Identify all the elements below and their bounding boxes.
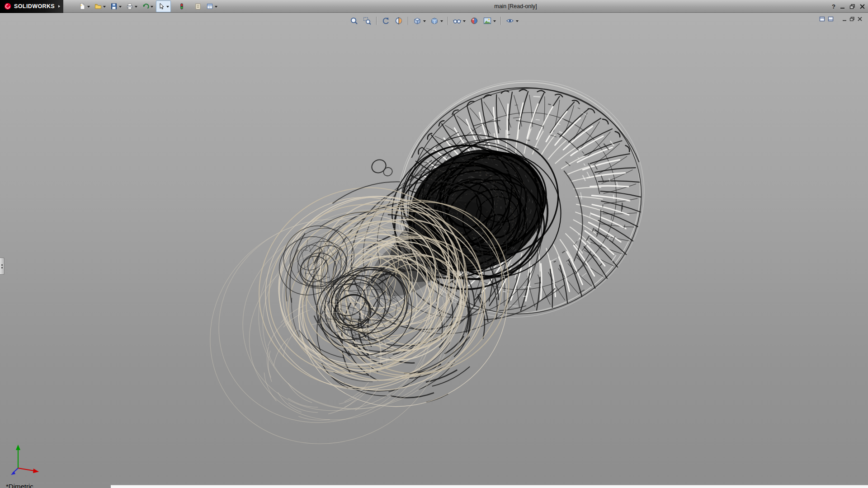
- dropdown-caret-icon[interactable]: [463, 20, 466, 23]
- doc-window-down-button[interactable]: [828, 16, 834, 22]
- select-cursor-icon: [158, 3, 165, 10]
- dropdown-caret-icon[interactable]: [119, 6, 122, 9]
- help-button[interactable]: ?: [832, 0, 835, 13]
- doc-close-icon: [857, 17, 863, 21]
- minimize-button[interactable]: [840, 4, 845, 9]
- open-folder-icon: [94, 3, 102, 10]
- restore-button[interactable]: [849, 4, 855, 9]
- section-view-icon: [394, 16, 403, 25]
- brand-text: SOLIDWORKS: [14, 3, 55, 9]
- toolbar-separator: [408, 17, 408, 25]
- zoom-to-area-button[interactable]: [361, 15, 373, 26]
- eye-icon: [505, 16, 514, 25]
- undo-arrow-icon: [142, 3, 149, 10]
- section-view-button[interactable]: [393, 15, 405, 26]
- toolbar-separator: [376, 17, 377, 25]
- apply-scene-button[interactable]: [481, 15, 497, 26]
- zoom-to-fit-icon: [349, 16, 359, 25]
- new-document-icon: [79, 3, 86, 10]
- status-bar-strip: [111, 485, 868, 488]
- minimize-icon: [840, 4, 845, 9]
- edit-appearance-button[interactable]: [468, 15, 480, 26]
- hide-show-items-button[interactable]: [451, 15, 467, 26]
- scene-icon: [483, 16, 492, 25]
- doc-restore-button[interactable]: [849, 17, 855, 21]
- view-settings-button[interactable]: [504, 15, 520, 26]
- save-icon: [110, 3, 118, 10]
- doc-minimize-button[interactable]: [842, 17, 847, 21]
- stoplight-button[interactable]: [176, 0, 187, 12]
- dropdown-caret-icon[interactable]: [135, 6, 137, 9]
- window-controls: ?: [832, 0, 865, 13]
- window-title: main [Read-only]: [494, 0, 537, 13]
- solidworks-window: SOLIDWORKS: [0, 0, 868, 488]
- heads-up-toolbar: [348, 15, 520, 26]
- zoom-to-area-icon: [363, 16, 372, 25]
- select-tool-button[interactable]: [156, 0, 171, 12]
- toolbar-separator: [448, 17, 448, 25]
- display-style-button[interactable]: [429, 15, 444, 26]
- dropdown-caret-icon[interactable]: [516, 20, 519, 23]
- save-button[interactable]: [108, 0, 123, 12]
- graphics-viewport[interactable]: *Dimetric: [0, 13, 868, 488]
- orientation-label: *Dimetric: [6, 483, 33, 488]
- close-icon: [859, 4, 865, 9]
- dropdown-caret-icon[interactable]: [166, 6, 169, 9]
- previous-view-button[interactable]: [380, 15, 392, 26]
- dropdown-caret-icon[interactable]: [440, 20, 443, 23]
- new-document-button[interactable]: [77, 0, 92, 12]
- dropdown-caret-icon[interactable]: [87, 6, 90, 9]
- view-orientation-cube-icon: [413, 16, 422, 25]
- dassault-systemes-logo-icon: [4, 2, 12, 10]
- orientation-triad: [10, 443, 48, 475]
- undo-button[interactable]: [140, 0, 155, 12]
- previous-view-icon: [381, 16, 390, 25]
- dropdown-caret-icon[interactable]: [423, 20, 426, 23]
- dropdown-caret-icon[interactable]: [103, 6, 106, 9]
- solidworks-logo[interactable]: SOLIDWORKS: [0, 0, 63, 13]
- print-icon: [126, 3, 133, 10]
- document-window-controls: [819, 16, 863, 22]
- restore-icon: [849, 4, 855, 9]
- doc-close-button[interactable]: [857, 17, 863, 21]
- dropdown-caret-icon[interactable]: [215, 6, 217, 9]
- dropdown-caret-icon[interactable]: [151, 6, 153, 9]
- view-orientation-button[interactable]: [411, 15, 427, 26]
- title-bar: SOLIDWORKS: [0, 0, 868, 13]
- dropdown-caret-icon[interactable]: [493, 20, 496, 23]
- options-sheet-button[interactable]: [204, 0, 219, 12]
- engine-wireframe-model[interactable]: [0, 14, 868, 488]
- toolbar-separator: [500, 17, 501, 25]
- doc-window-down-icon: [828, 16, 834, 22]
- print-button[interactable]: [124, 0, 139, 12]
- doc-restore-icon: [849, 17, 855, 21]
- feature-tree-collapsed-tab[interactable]: [0, 258, 5, 275]
- standard-toolbar: [77, 0, 219, 12]
- doc-minimize-icon: [842, 17, 847, 21]
- tab-grip-dot: [1, 264, 3, 266]
- logo-expand-arrow-icon[interactable]: [58, 5, 60, 8]
- tab-grip-dot: [1, 267, 3, 268]
- options-sheet-icon: [206, 3, 213, 10]
- zoom-to-fit-button[interactable]: [348, 15, 360, 26]
- appearance-ball-icon: [470, 16, 479, 25]
- glasses-icon: [453, 16, 462, 25]
- doc-window-up-button[interactable]: [819, 16, 826, 22]
- display-style-cube-icon: [430, 16, 439, 25]
- file-properties-button[interactable]: [193, 0, 203, 12]
- close-button[interactable]: [859, 4, 865, 9]
- file-properties-icon: [194, 3, 202, 10]
- stoplight-icon: [178, 3, 185, 10]
- open-button[interactable]: [93, 0, 108, 12]
- doc-window-up-icon: [819, 16, 826, 22]
